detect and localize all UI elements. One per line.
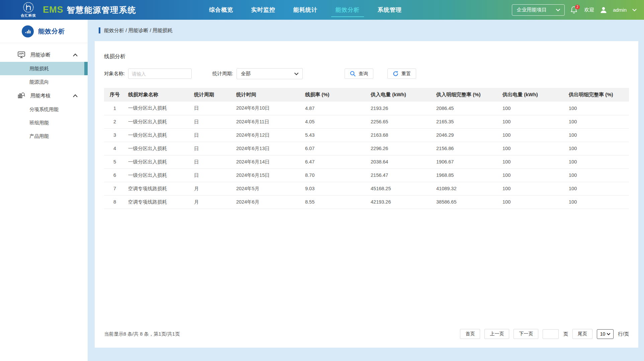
user-menu-chevron-down-icon[interactable] <box>632 9 637 11</box>
table-row: 4一级分区出入损耗日2024年6月13日6.072296.262156.8610… <box>104 142 629 155</box>
table-cell: 一级分区出入损耗 <box>125 102 191 115</box>
sidebar-item-product-energy[interactable]: 产品用能 <box>0 129 88 143</box>
search-button[interactable]: 查询 <box>345 69 373 79</box>
menu-group-label: 用能考核 <box>30 93 51 99</box>
nav-realtime-monitor[interactable]: 实时监控 <box>242 0 284 20</box>
period-select[interactable]: 全部 <box>237 68 303 79</box>
table-cell: 100 <box>500 155 566 168</box>
table-cell: 月 <box>191 195 234 209</box>
nav-overview[interactable]: 综合概览 <box>200 0 242 20</box>
table-cell: 2163.68 <box>368 128 434 142</box>
object-name-input[interactable] <box>128 69 192 79</box>
table-row: 6一级分区出入损耗日2024年6月15日8.702156.471968.8510… <box>104 168 629 182</box>
monitor-chart-icon <box>17 51 25 58</box>
page-size-select[interactable]: 10 <box>597 329 614 339</box>
table-cell: 日 <box>191 168 234 182</box>
project-select-value: 企业用能项目 <box>517 7 547 13</box>
table-cell: 2024年6月14日 <box>234 155 302 168</box>
username[interactable]: admin <box>613 7 627 13</box>
sidebar-item-subsystem-energy[interactable]: 分项系统用能 <box>0 103 88 116</box>
notifications-button[interactable]: 2 <box>570 6 578 14</box>
table-cell: 100 <box>566 142 629 155</box>
table-cell: 4.87 <box>302 102 368 115</box>
nav-efficiency-analysis[interactable]: 能效分析 <box>327 0 369 20</box>
table-cell: 空调专项线路损耗 <box>125 195 191 209</box>
table-cell: 2156.47 <box>368 168 434 182</box>
last-page-button[interactable]: 尾页 <box>572 329 592 339</box>
company-name: 合汇科技 <box>21 13 36 18</box>
table-header-cell: 供入明细完整率 (%) <box>434 88 500 102</box>
sidebar-item-energy-flow[interactable]: 能源流向 <box>0 75 88 89</box>
table-cell: 41089.32 <box>434 182 500 195</box>
bar-chart-icon <box>22 25 34 37</box>
table-container: 序号线损对象名称统计周期统计时间线损率 (%)供入电量 (kWh)供入明细完整率… <box>104 88 629 209</box>
panel-title: 线损分析 <box>95 41 638 60</box>
chevron-up-icon <box>73 94 78 97</box>
welcome-label: 欢迎 <box>584 7 594 13</box>
notification-badge: 2 <box>575 5 580 9</box>
sidebar-header: 能效分析 <box>0 20 88 43</box>
sidebar: 能效分析 用能诊断 用能损耗 能源流向 用能考核 <box>0 20 88 361</box>
table-body: 1一级分区出入损耗日2024年6月10日4.872193.262086.4510… <box>104 102 629 209</box>
table-cell: 100 <box>566 128 629 142</box>
nav-system-manage[interactable]: 系统管理 <box>369 0 411 20</box>
table-cell: 100 <box>500 195 566 209</box>
chevron-down-icon <box>294 73 298 75</box>
first-page-button[interactable]: 首页 <box>460 329 480 339</box>
table-cell: 100 <box>566 182 629 195</box>
table-head-row: 序号线损对象名称统计周期统计时间线损率 (%)供入电量 (kWh)供入明细完整率… <box>104 88 629 102</box>
table-cell: 月 <box>191 182 234 195</box>
table-cell: 日 <box>191 155 234 168</box>
table-cell: 2024年6月10日 <box>234 102 302 115</box>
table-cell: 日 <box>191 102 234 115</box>
table-header-cell: 序号 <box>104 88 125 102</box>
reset-button-label: 重置 <box>401 71 411 77</box>
main-area: 能效分析 / 用能诊断 / 用能损耗 线损分析 对象名称: 统计周期: 全部 查… <box>88 20 644 361</box>
pagination-controls: 首页 上一页 下一页 页 尾页 10 行/页 <box>460 329 629 339</box>
prev-page-button[interactable]: 上一页 <box>484 329 509 339</box>
sidebar-item-energy-loss[interactable]: 用能损耗 <box>0 62 88 75</box>
company-seal-icon <box>23 2 34 13</box>
table-cell: 1 <box>104 102 125 115</box>
table-cell: 38586.65 <box>434 195 500 209</box>
breadcrumb-accent-bar <box>99 27 100 33</box>
table-cell: 4.05 <box>302 115 368 128</box>
table-cell: 2038.64 <box>368 155 434 168</box>
chevron-down-icon <box>556 9 560 11</box>
nav-energy-stats[interactable]: 能耗统计 <box>284 0 327 20</box>
table-cell: 一级分区出入损耗 <box>125 128 191 142</box>
menu-group-energy-assessment[interactable]: 用能考核 <box>0 89 88 103</box>
table-row: 5一级分区出入损耗日2024年6月14日6.472038.641906.6710… <box>104 155 629 168</box>
top-header: 合汇科技 EMS 智慧能源管理系统 综合概览 实时监控 能耗统计 能效分析 系统… <box>0 0 644 20</box>
chevron-up-icon <box>73 53 78 56</box>
sidebar-title: 能效分析 <box>38 27 65 36</box>
main-nav: 综合概览 实时监控 能耗统计 能效分析 系统管理 <box>200 0 411 20</box>
period-select-value: 全部 <box>241 71 251 77</box>
header-right: 企业用能项目 2 欢迎 admin <box>512 0 637 20</box>
period-label: 统计周期: <box>212 71 233 77</box>
table-cell: 4 <box>104 142 125 155</box>
table-cell: 1906.67 <box>434 155 500 168</box>
sidebar-item-team-energy[interactable]: 班组用能 <box>0 116 88 129</box>
menu-group-energy-diagnosis[interactable]: 用能诊断 <box>0 48 88 62</box>
table-cell: 5 <box>104 155 125 168</box>
next-page-button[interactable]: 下一页 <box>514 329 538 339</box>
table-cell: 100 <box>500 168 566 182</box>
page-number-input[interactable] <box>543 329 559 339</box>
table-cell: 6 <box>104 168 125 182</box>
breadcrumb-text: 能效分析 / 用能诊断 / 用能损耗 <box>104 27 173 34</box>
table-cell: 空调专项线路损耗 <box>125 182 191 195</box>
project-select[interactable]: 企业用能项目 <box>512 4 565 16</box>
per-page-label: 行/页 <box>618 331 629 337</box>
reset-button[interactable]: 重置 <box>387 69 416 79</box>
table-cell: 45168.25 <box>368 182 434 195</box>
page-size-value: 10 <box>600 331 606 337</box>
table-cell: 一级分区出入损耗 <box>125 168 191 182</box>
table-cell: 2024年6月11日 <box>234 115 302 128</box>
table-row: 1一级分区出入损耗日2024年6月10日4.872193.262086.4510… <box>104 102 629 115</box>
table-cell: 日 <box>191 142 234 155</box>
table-header-cell: 供出电量 (kWh) <box>500 88 566 102</box>
company-logo: 合汇科技 <box>21 2 36 18</box>
table-cell: 42193.26 <box>368 195 434 209</box>
chevron-down-icon <box>607 333 610 335</box>
